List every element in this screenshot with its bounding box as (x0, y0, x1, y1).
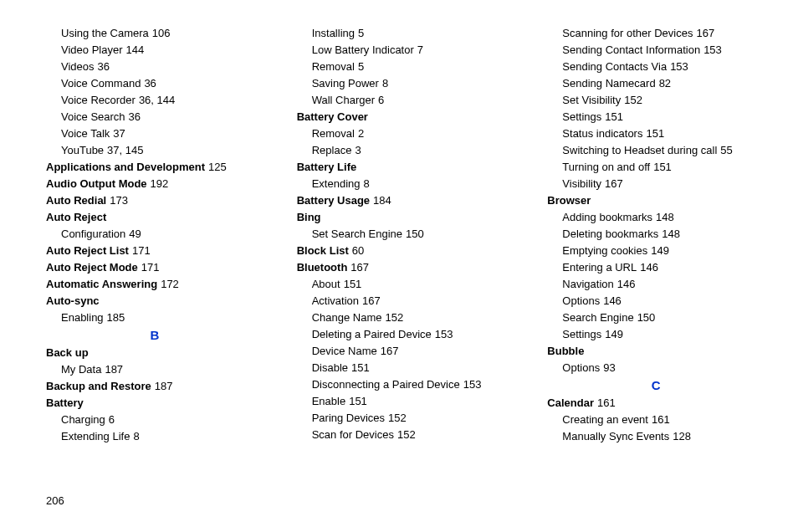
index-entry: YouTube37, 145 (46, 142, 263, 159)
index-pages[interactable]: 187 (155, 380, 173, 392)
index-pages[interactable]: 37, 145 (107, 144, 143, 156)
index-pages[interactable]: 152 (624, 94, 642, 106)
index-term: Enabling (61, 311, 104, 324)
index-pages[interactable]: 171 (141, 261, 160, 274)
index-pages[interactable]: 128 (673, 430, 691, 442)
index-pages[interactable]: 151 (344, 278, 362, 290)
index-entry: Extending Life8 (46, 428, 263, 445)
index-pages[interactable]: 171 (132, 244, 151, 257)
index-pages[interactable]: 167 (350, 261, 369, 274)
index-entry: Auto-sync (46, 293, 263, 309)
index-pages[interactable]: 82 (659, 77, 671, 90)
index-pages[interactable]: 8 (364, 177, 370, 190)
index-entry: Enable151 (297, 393, 514, 410)
index-term: Set Visibility (562, 94, 621, 106)
index-term: Navigation (562, 278, 613, 290)
index-pages[interactable]: 149 (651, 244, 669, 257)
index-entry: Navigation146 (547, 276, 765, 293)
index-entry: Saving Power8 (297, 75, 514, 92)
index-term: About (312, 278, 340, 290)
index-columns: Using the Camera106Video Player144Videos… (0, 0, 798, 445)
index-pages[interactable]: 153 (435, 328, 453, 340)
index-pages[interactable]: 125 (208, 161, 227, 173)
index-pages[interactable]: 152 (397, 428, 416, 441)
index-term: Sending Contacts Via (562, 60, 667, 73)
index-entry: Sending Contact Information153 (547, 42, 765, 59)
index-entry: Status indicators151 (547, 125, 765, 142)
index-pages[interactable]: 167 (605, 177, 623, 190)
index-pages[interactable]: 106 (152, 27, 171, 39)
index-pages[interactable]: 151 (653, 161, 672, 173)
index-pages[interactable]: 167 (362, 294, 381, 307)
index-pages[interactable]: 167 (381, 345, 399, 357)
index-pages[interactable]: 153 (670, 60, 688, 73)
index-term: Voice Search (61, 110, 125, 123)
index-pages[interactable]: 192 (151, 177, 169, 190)
index-pages[interactable]: 8 (382, 77, 388, 90)
index-entry: Automatic Answering172 (46, 276, 263, 293)
index-entry: Bing (297, 209, 514, 226)
index-pages[interactable]: 151 (349, 395, 367, 407)
index-pages[interactable]: 151 (605, 110, 623, 123)
index-pages[interactable]: 3 (355, 144, 361, 156)
index-pages[interactable]: 167 (696, 27, 714, 39)
index-pages[interactable]: 7 (417, 43, 423, 56)
index-pages[interactable]: 149 (605, 328, 623, 340)
index-term: Enable (312, 395, 345, 407)
index-pages[interactable]: 146 (640, 261, 658, 274)
index-pages[interactable]: 37 (113, 127, 125, 140)
index-pages[interactable]: 161 (652, 413, 670, 426)
index-pages[interactable]: 153 (463, 378, 482, 391)
index-pages[interactable]: 153 (703, 43, 722, 56)
index-pages[interactable]: 55 (720, 144, 732, 156)
index-pages[interactable]: 152 (386, 311, 404, 324)
index-pages[interactable]: 146 (603, 294, 622, 307)
index-pages[interactable]: 148 (656, 211, 674, 223)
index-term: Extending Life (61, 430, 130, 442)
index-pages[interactable]: 5 (358, 60, 364, 73)
index-pages[interactable]: 36 (144, 77, 156, 90)
index-term: Configuration (61, 228, 125, 240)
index-term: Switching to Headset during call (562, 144, 717, 156)
index-entry: Options146 (547, 293, 765, 309)
index-term: Change Name (312, 311, 382, 324)
index-pages[interactable]: 173 (110, 194, 128, 207)
index-entry: Block List60 (297, 243, 514, 259)
index-pages[interactable]: 150 (637, 311, 656, 324)
index-entry: Wall Charger6 (297, 92, 514, 109)
index-pages[interactable]: 8 (133, 430, 139, 442)
index-pages[interactable]: 49 (129, 228, 141, 240)
index-pages[interactable]: 146 (617, 278, 636, 290)
index-pages[interactable]: 152 (388, 412, 407, 424)
index-pages[interactable]: 36, 144 (139, 94, 175, 106)
index-term: Scanning for other Devices (562, 27, 693, 39)
index-pages[interactable]: 184 (373, 194, 391, 207)
index-entry: Set Search Engine150 (297, 226, 514, 243)
index-pages[interactable]: 150 (406, 228, 424, 240)
index-term: Auto Redial (46, 194, 106, 207)
index-pages[interactable]: 161 (597, 396, 616, 409)
index-term: Battery Cover (297, 110, 368, 123)
index-pages[interactable]: 148 (662, 228, 680, 240)
index-pages[interactable]: 172 (161, 278, 179, 290)
index-pages[interactable]: 6 (109, 413, 115, 426)
index-term: Paring Devices (312, 412, 385, 424)
index-pages[interactable]: 36 (129, 110, 141, 123)
index-pages[interactable]: 6 (378, 94, 384, 106)
index-pages[interactable]: 93 (603, 361, 615, 374)
index-pages[interactable]: 187 (105, 363, 123, 376)
index-pages[interactable]: 151 (646, 127, 664, 140)
index-entry: Battery Cover (297, 109, 514, 125)
index-pages[interactable]: 60 (352, 244, 364, 257)
index-entry: Battery Usage184 (297, 192, 514, 209)
index-entry: Sending Namecard82 (547, 75, 765, 92)
index-pages[interactable]: 185 (107, 311, 125, 324)
index-pages[interactable]: 2 (358, 127, 364, 140)
index-entry: Scanning for other Devices167 (547, 25, 765, 42)
index-pages[interactable]: 36 (98, 60, 110, 73)
index-pages[interactable]: 144 (125, 43, 144, 56)
index-term: Sending Contact Information (562, 43, 700, 56)
index-pages[interactable]: 5 (358, 27, 364, 39)
index-entry: Paring Devices152 (297, 410, 514, 427)
index-pages[interactable]: 151 (351, 361, 370, 374)
